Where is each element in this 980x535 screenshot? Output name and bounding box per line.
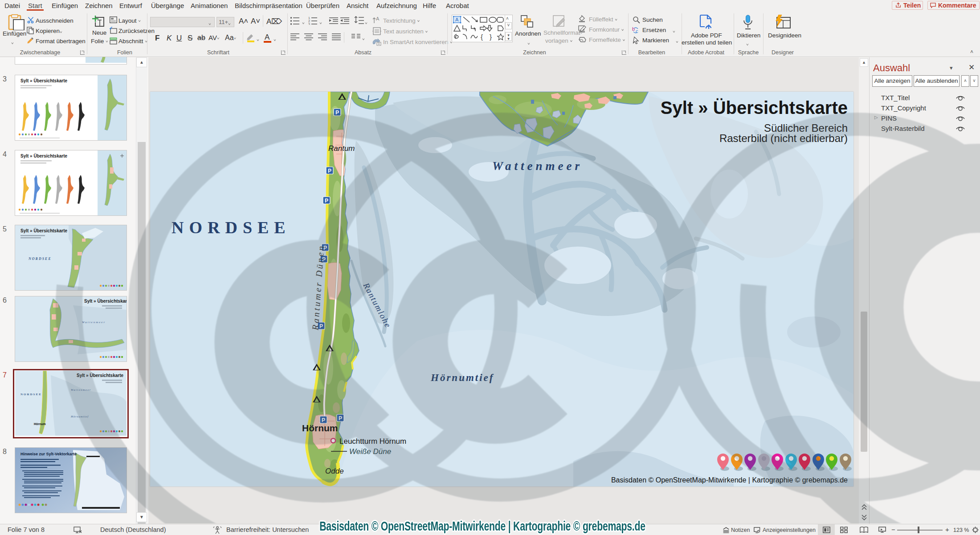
svg-text:}: } xyxy=(490,33,492,41)
svg-text:Wattenmeer: Wattenmeer xyxy=(82,320,106,324)
svg-text:P: P xyxy=(335,109,339,116)
svg-text:{: { xyxy=(481,33,483,41)
svg-text:Wattenmeer: Wattenmeer xyxy=(492,159,583,173)
svg-text:Hörnumtief: Hörnumtief xyxy=(430,372,494,383)
svg-text:A: A xyxy=(376,16,380,21)
svg-text:Sylt » Übersichtskarte: Sylt » Übersichtskarte xyxy=(77,373,123,378)
svg-text:A: A xyxy=(455,17,459,22)
svg-text:Hörnum: Hörnum xyxy=(302,423,338,433)
svg-text:Sylt » Übersichtskarte: Sylt » Übersichtskarte xyxy=(84,298,127,304)
svg-text:Leuchtturm Hörnum: Leuchtturm Hörnum xyxy=(339,437,406,446)
svg-text:Sylt » Übersichtskarte: Sylt » Übersichtskarte xyxy=(20,228,67,233)
svg-text:b: b xyxy=(632,26,635,32)
svg-text:P: P xyxy=(328,168,331,174)
svg-text:NORDSEE: NORDSEE xyxy=(20,393,42,396)
svg-text:P: P xyxy=(339,415,342,422)
svg-text:Sylt » Übersichtskarte: Sylt » Übersichtskarte xyxy=(661,98,848,118)
svg-text:NORDSEE: NORDSEE xyxy=(28,257,52,261)
svg-text:Rasterbild (nicht editierbar): Rasterbild (nicht editierbar) xyxy=(719,132,848,144)
svg-text:P: P xyxy=(325,198,328,204)
svg-text:Hörnum: Hörnum xyxy=(34,422,46,426)
svg-text:Hinweise zur Sylt-Vektorkarte: Hinweise zur Sylt-Vektorkarte xyxy=(20,452,77,456)
svg-text:3: 3 xyxy=(308,23,310,25)
svg-text:P: P xyxy=(322,417,325,423)
svg-text:Rantum: Rantum xyxy=(328,144,355,153)
svg-text:Hörnumtief: Hörnumtief xyxy=(70,415,89,418)
svg-text:Sylt » Übersichtskarte: Sylt » Übersichtskarte xyxy=(20,78,67,83)
svg-text:Basisdaten © OpenStreetMap-Mit: Basisdaten © OpenStreetMap-Mitwirkende |… xyxy=(611,476,848,484)
svg-text:Wattenmeer: Wattenmeer xyxy=(71,388,91,391)
svg-text:NORDSEE: NORDSEE xyxy=(172,218,291,237)
svg-text:Odde: Odde xyxy=(325,467,344,475)
svg-text:Weiße Düne: Weiße Düne xyxy=(349,447,391,456)
svg-text:Sylt » Übersichtskarte: Sylt » Übersichtskarte xyxy=(20,153,67,158)
